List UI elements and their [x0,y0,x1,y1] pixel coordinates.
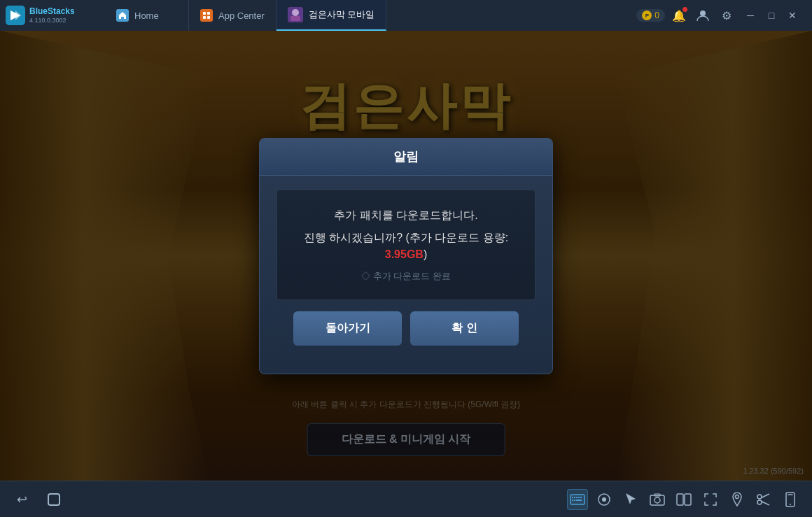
svg-rect-27 [677,494,683,505]
settings-button[interactable]: ⚙ [717,6,736,25]
keyboard-icon[interactable] [567,489,588,510]
svg-rect-3 [203,12,206,15]
notification-dot [682,7,687,12]
svg-rect-21 [580,500,582,501]
account-button[interactable] [693,6,713,25]
modal-header: 알림 [260,139,552,176]
modal-subtext: ◇ 추가 다운로드 완료 [291,270,521,283]
svg-rect-15 [576,497,578,498]
svg-rect-28 [685,494,691,505]
brand-name: BlueStacks [29,7,75,16]
brand-text: BlueStacks 4.110.0.3002 [29,7,75,23]
modal-footer: 돌아가기 확 인 [276,311,536,360]
content-area: 검은사막 아래 버튼 클릭 시 추가 다운로드가 진행됩니다 (5G/Wifi … [0,31,812,481]
svg-point-10 [700,10,706,16]
brand-version: 4.110.0.3002 [29,17,75,24]
svg-rect-19 [574,500,575,501]
home-tab-icon [116,9,129,22]
svg-rect-18 [572,500,573,501]
taskbar: ↩ [0,481,812,517]
modal-confirm-button[interactable]: 확 인 [410,311,519,346]
modal-title: 알림 [393,150,419,164]
points-coin-icon: P [642,10,652,20]
modal-message-highlight: 3.95GB [385,248,424,260]
window-controls: ─ □ ✕ [741,8,806,23]
scissors-icon[interactable] [753,489,774,510]
home-icon[interactable] [43,489,64,510]
appcenter-tab-icon [200,9,213,22]
svg-point-8 [292,9,299,16]
tab-game[interactable]: 검은사막 모바일 [276,0,387,31]
camera-capture-icon[interactable] [647,489,668,510]
tab-game-label: 검은사막 모바일 [309,8,375,21]
svg-rect-4 [207,12,210,15]
modal-message-suffix: ) [424,248,427,260]
screen-mirror-icon[interactable] [673,489,694,510]
game-tab-icon [288,7,303,22]
tab-home[interactable]: Home [105,0,189,31]
svg-rect-9 [290,16,300,21]
svg-rect-13 [572,497,573,498]
tab-home-label: Home [134,10,159,21]
bluestacks-logo [6,6,25,25]
fullscreen-icon[interactable] [700,489,721,510]
modal-inner-box: 추가 패치를 다운로드합니다. 진행 하시겠습니까? (추가 다운로드 용량: … [276,190,536,300]
notification-button[interactable]: 🔔 [669,6,689,25]
svg-rect-16 [578,497,580,498]
svg-rect-24 [650,495,664,505]
svg-point-25 [654,497,660,503]
tabs-area: Home App Center [105,0,631,31]
screen-icon[interactable] [594,489,615,510]
svg-line-33 [762,501,770,505]
brand-area: BlueStacks 4.110.0.3002 [0,6,105,25]
svg-point-30 [757,495,762,499]
points-value: 0 [654,10,659,20]
phone-icon[interactable] [780,489,801,510]
svg-point-35 [790,504,791,505]
minimize-button[interactable]: ─ [741,8,760,23]
modal-body: 추가 패치를 다운로드합니다. 진행 하시겠습니까? (추가 다운로드 용량: … [260,176,552,374]
modal-message-line1: 추가 패치를 다운로드합니다. [291,207,521,224]
svg-rect-5 [203,16,206,19]
modal-dialog: 알림 추가 패치를 다운로드합니다. 진행 하시겠습니까? (추가 다운로드 용… [259,138,553,374]
tab-appcenter-label: App Center [218,10,265,21]
modal-back-button[interactable]: 돌아가기 [293,311,402,346]
svg-rect-20 [576,500,580,501]
cursor-icon[interactable] [620,489,641,510]
location-icon[interactable] [727,489,748,510]
modal-overlay: 알림 추가 패치를 다운로드합니다. 진행 하시겠습니까? (추가 다운로드 용… [0,31,812,481]
svg-rect-17 [580,497,582,498]
points-badge: P 0 [636,9,665,22]
svg-line-32 [762,494,770,498]
svg-rect-11 [48,494,59,505]
maximize-button[interactable]: □ [762,8,781,23]
svg-point-31 [757,500,762,504]
tab-appcenter[interactable]: App Center [189,0,276,31]
svg-rect-14 [574,497,575,498]
modal-message-line2: 진행 하시겠습니까? (추가 다운로드 용량: 3.95GB) [291,229,521,263]
close-button[interactable]: ✕ [783,8,802,23]
back-icon[interactable]: ↩ [11,489,32,510]
svg-rect-6 [207,16,210,19]
svg-point-23 [602,497,606,502]
taskbar-right [567,489,801,510]
taskbar-left: ↩ [11,489,64,510]
svg-point-29 [736,495,739,498]
modal-message-prefix: 진행 하시겠습니까? (추가 다운로드 용량: [304,232,508,243]
header-right: P 0 🔔 ⚙ ─ □ ✕ [631,6,812,25]
titlebar: BlueStacks 4.110.0.3002 Home [0,0,812,31]
